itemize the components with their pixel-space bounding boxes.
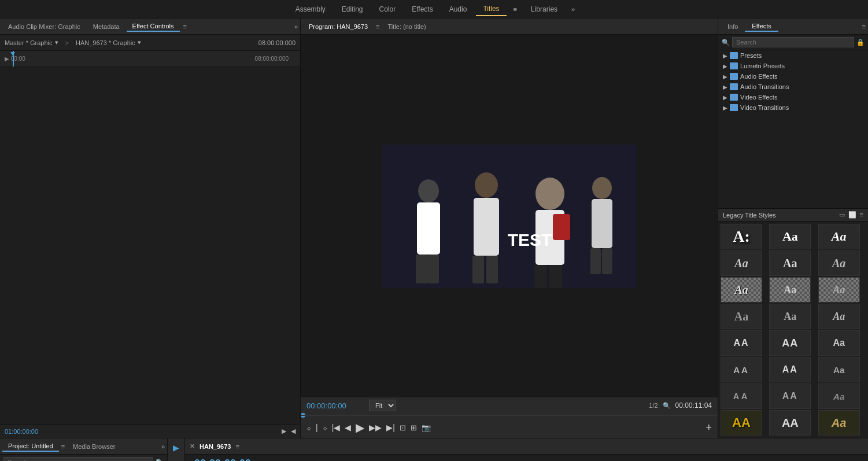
tree-item-lumetri[interactable]: ▶ Lumetri Presets xyxy=(718,61,868,71)
play-stop-icon[interactable]: ▶ xyxy=(356,421,364,434)
nav-more-icon[interactable]: » xyxy=(567,3,579,15)
effects-search-input[interactable] xyxy=(732,37,854,47)
ec-clip-dropdown[interactable]: HAN_9673 * Graphic ▾ xyxy=(76,39,141,46)
nav-libraries[interactable]: Libraries xyxy=(524,3,564,16)
overwrite-icon[interactable]: ⊞ xyxy=(411,423,417,432)
lts-style-18[interactable]: Aa xyxy=(818,357,860,382)
lts-style-24[interactable]: Aa xyxy=(818,410,860,436)
lts-style-21[interactable]: Aa xyxy=(818,383,860,409)
lts-style-6[interactable]: Aa xyxy=(818,250,860,276)
lts-style-23[interactable]: AA xyxy=(769,410,811,436)
nav-hamburger-icon[interactable]: ≡ xyxy=(509,3,522,15)
tl-settings-tool[interactable]: ⚙ xyxy=(313,458,325,462)
insert-icon[interactable]: ⊡ xyxy=(400,423,406,432)
tree-item-presets[interactable]: ▶ Presets xyxy=(718,50,868,61)
lts-style-11[interactable]: Aa xyxy=(769,304,811,329)
project-search-icon[interactable]: 🔍 xyxy=(156,459,164,462)
lts-style-15[interactable]: Aa xyxy=(818,330,860,356)
lts-style-12[interactable]: Aa xyxy=(818,304,860,329)
track-select-tool[interactable]: ⊳⊳ xyxy=(168,458,184,461)
go-in-icon[interactable]: |◀ xyxy=(332,423,341,432)
tree-item-audio-transitions[interactable]: ▶ Audio Transitions xyxy=(718,82,868,92)
lts-menu-icon[interactable]: ≡ xyxy=(860,211,863,219)
add-button[interactable]: + xyxy=(706,422,712,434)
monitor-timecode[interactable]: 00:00:00:00 xyxy=(306,401,364,410)
folder-icon5 xyxy=(730,94,738,101)
step-forward-icon[interactable]: ▶▶ xyxy=(369,423,382,432)
tl-marker-tool[interactable]: ⬦ xyxy=(301,458,311,462)
nav-color[interactable]: Color xyxy=(372,3,403,16)
program-tab-bar: Program: HAN_9673 ≡ Title: (no title) xyxy=(301,19,718,35)
mark-out-icon[interactable]: ⬦ xyxy=(323,423,327,432)
project-menu-icon[interactable]: ≡ xyxy=(61,443,65,450)
nav-editing[interactable]: Editing xyxy=(335,3,370,16)
ec-master-dropdown[interactable]: Master * Graphic ▾ xyxy=(5,39,58,46)
tab-title-no-title[interactable]: Title: (no title) xyxy=(382,22,432,31)
tab-info[interactable]: Info xyxy=(721,22,745,31)
tl-playhead-tool[interactable]: ▶ xyxy=(260,458,271,462)
nav-titles[interactable]: Titles xyxy=(476,2,506,16)
add-marker-icon[interactable]: | xyxy=(316,423,318,432)
lts-style-17[interactable]: AA xyxy=(769,357,811,382)
lts-style-16[interactable]: AA xyxy=(721,357,762,382)
go-out-icon[interactable]: ▶| xyxy=(386,423,395,432)
ec-play-icon[interactable]: ▶ xyxy=(282,427,286,435)
tl-snap-tool[interactable]: ⊂ xyxy=(274,458,285,462)
lts-style-20[interactable]: AA xyxy=(769,383,811,409)
lts-style-19[interactable]: AA xyxy=(721,383,762,409)
magnify-icon[interactable]: 🔍 xyxy=(663,402,671,410)
tree-item-video-effects[interactable]: ▶ Video Effects xyxy=(718,92,868,102)
fit-dropdown[interactable]: Fit xyxy=(369,400,396,411)
lts-style-8[interactable]: Aa xyxy=(769,277,811,303)
tree-label-presets: Presets xyxy=(740,52,762,59)
ec-prev-icon[interactable]: ◀ xyxy=(291,427,296,435)
project-search-input[interactable] xyxy=(3,457,153,461)
tl-menu-icon[interactable]: ≡ xyxy=(235,443,239,450)
effects-lock-icon[interactable]: 🔒 xyxy=(856,39,865,46)
lts-style-13[interactable]: AA xyxy=(721,330,762,356)
tree-item-video-transitions[interactable]: ▶ Video Transitions xyxy=(718,102,868,113)
tab-metadata[interactable]: Metadata xyxy=(87,22,125,31)
tl-timecode-display[interactable]: 00:00:00:00 xyxy=(190,455,256,461)
mark-in-icon[interactable]: ⬦ xyxy=(306,423,311,432)
nav-effects[interactable]: Effects xyxy=(405,3,439,16)
lts-style-22[interactable]: AA xyxy=(721,410,762,436)
lts-small-icon[interactable]: ▭ xyxy=(839,211,845,219)
tab-effects[interactable]: Effects xyxy=(745,21,778,32)
export-frame-icon[interactable]: 📷 xyxy=(422,423,431,432)
effects-menu-icon[interactable]: ≡ xyxy=(862,23,866,30)
lts-style-7[interactable]: Aa xyxy=(721,277,762,303)
lts-style-14[interactable]: AA xyxy=(769,330,811,356)
tree-item-audio-effects[interactable]: ▶ Audio Effects xyxy=(718,71,868,82)
program-menu-icon[interactable]: ≡ xyxy=(376,23,379,30)
lts-style-2[interactable]: Aa xyxy=(769,224,811,249)
video-placeholder: TEST xyxy=(382,145,637,288)
tab-audio-clip-mixer[interactable]: Audio Clip Mixer: Graphic xyxy=(2,22,86,31)
lts-style-5[interactable]: Aa xyxy=(769,250,811,276)
tab-media-browser[interactable]: Media Browser xyxy=(67,442,121,451)
panel-menu-icon[interactable]: ≡ xyxy=(183,23,187,30)
tree-label-lumetri: Lumetri Presets xyxy=(740,62,785,69)
lts-style-label-2: Aa xyxy=(782,229,798,244)
lts-style-1[interactable]: A: xyxy=(721,224,762,249)
lts-style-4[interactable]: Aa xyxy=(721,250,762,276)
lts-style-9[interactable]: Aa xyxy=(818,277,860,303)
tab-program-monitor[interactable]: Program: HAN_9673 xyxy=(303,22,374,31)
tl-close-icon[interactable]: ✕ xyxy=(190,442,195,450)
nav-audio[interactable]: Audio xyxy=(442,3,474,16)
selection-tool[interactable]: ▶ xyxy=(172,442,180,453)
step-back-icon[interactable]: ◀ xyxy=(345,423,351,432)
lts-large-icon[interactable]: ⬜ xyxy=(848,211,856,219)
panel-expand-icon[interactable]: » xyxy=(294,23,298,30)
tab-project-untitled[interactable]: Project: Untitled xyxy=(2,441,59,452)
svg-rect-7 xyxy=(472,256,484,283)
svg-rect-12 xyxy=(549,265,562,288)
lts-style-label-15: Aa xyxy=(833,338,844,348)
tl-link-tool[interactable]: ⊃ xyxy=(287,458,299,462)
tab-effect-controls[interactable]: Effect Controls xyxy=(127,21,180,32)
scrub-bar[interactable] xyxy=(301,414,718,417)
project-expand-icon[interactable]: » xyxy=(161,443,165,450)
nav-assembly[interactable]: Assembly xyxy=(289,3,333,16)
lts-style-10[interactable]: Aa xyxy=(721,304,762,329)
lts-style-3[interactable]: Aa xyxy=(818,224,860,249)
